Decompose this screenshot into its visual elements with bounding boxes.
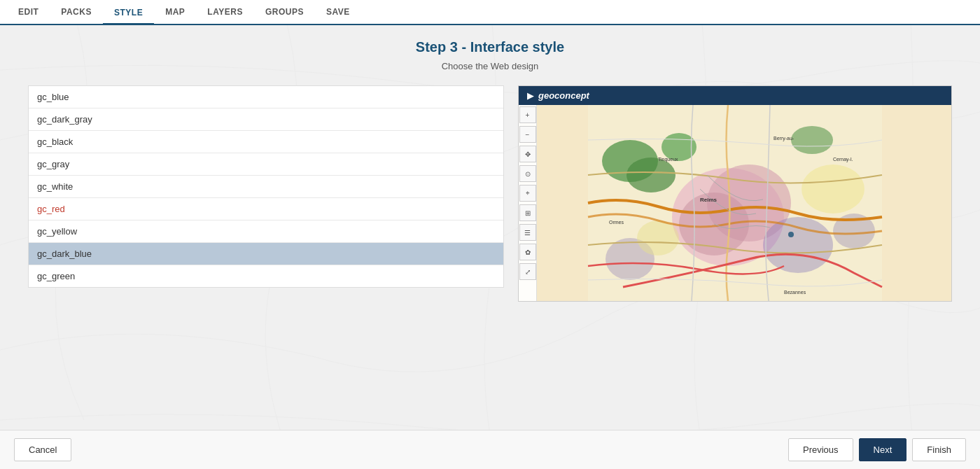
style-item-gc-dark-gray[interactable]: gc_dark_gray [29, 108, 503, 131]
nav-item-layers[interactable]: LAYERS [196, 0, 254, 24]
nav-item-packs[interactable]: PACKS [50, 0, 103, 24]
main-content: Step 3 - Interface style Choose the Web … [0, 25, 980, 430]
fullscreen-btn[interactable]: ⤢ [519, 263, 536, 280]
svg-text:Bezannes: Bezannes [784, 290, 806, 295]
zoom-in-btn[interactable]: + [519, 106, 536, 123]
preview-header: ▶ geoconcept [519, 86, 951, 105]
map-image-area: Reims Tinqueux Ormes Cernay-l. Bezannes … [519, 105, 951, 301]
style-item-gc-blue[interactable]: gc_blue [29, 86, 503, 108]
style-item-gc-gray[interactable]: gc_gray [29, 153, 503, 176]
preview-map: + − ✥ ⊙ ⌖ ⊞ ☰ ✿ ⤢ [519, 105, 951, 301]
svg-text:Cernay-l.: Cernay-l. [833, 157, 853, 162]
page-subtitle: Choose the Web design [28, 61, 952, 71]
style-list: gc_blue gc_dark_gray gc_black gc_gray gc… [28, 85, 504, 288]
svg-point-12 [637, 220, 679, 255]
layers-btn[interactable]: ☰ [519, 224, 536, 241]
nav-item-map[interactable]: MAP [154, 0, 196, 24]
finish-button[interactable]: Finish [912, 438, 966, 461]
top-navigation: EDIT PACKS STYLE MAP LAYERS GROUPS SAVE [0, 0, 980, 25]
svg-point-7 [791, 126, 833, 154]
style-item-gc-red[interactable]: gc_red [29, 198, 503, 220]
cancel-button[interactable]: Cancel [14, 438, 71, 461]
map-controls: + − ✥ ⊙ ⌖ ⊞ ☰ ✿ ⤢ [519, 105, 537, 301]
style-item-gc-yellow[interactable]: gc_yellow [29, 220, 503, 243]
bottom-footer: Cancel Previous Next Finish [0, 430, 980, 469]
nav-item-save[interactable]: SAVE [315, 0, 361, 24]
previous-button[interactable]: Previous [788, 438, 853, 461]
page-title: Step 3 - Interface style [28, 39, 952, 55]
pan-btn[interactable]: ✥ [519, 146, 536, 162]
map-svg: Reims Tinqueux Ormes Cernay-l. Bezannes … [519, 105, 951, 301]
svg-point-11 [802, 164, 864, 214]
style-item-gc-dark-blue[interactable]: gc_dark_blue [29, 243, 503, 265]
next-button[interactable]: Next [859, 438, 907, 461]
style-item-gc-white[interactable]: gc_white [29, 176, 503, 198]
nav-item-style[interactable]: STYLE [103, 0, 154, 25]
svg-text:Reims: Reims [700, 197, 718, 203]
svg-point-8 [763, 217, 833, 273]
footer-right: Previous Next Finish [788, 438, 966, 461]
preview-area: ▶ geoconcept + − ✥ ⊙ ⌖ ⊞ ☰ ✿ ⤢ [518, 85, 952, 302]
location-btn[interactable]: ⌖ [519, 185, 536, 202]
svg-point-5 [626, 158, 676, 192]
svg-point-19 [788, 232, 794, 237]
preview-container: ▶ geoconcept + − ✥ ⊙ ⌖ ⊞ ☰ ✿ ⤢ [518, 85, 952, 302]
nav-item-edit[interactable]: EDIT [7, 0, 50, 24]
zoom-out-btn[interactable]: − [519, 126, 536, 143]
svg-text:Ormes: Ormes [609, 220, 624, 225]
nav-item-groups[interactable]: GROUPS [254, 0, 315, 24]
select-btn[interactable]: ⊙ [519, 165, 536, 182]
settings-btn[interactable]: ✿ [519, 244, 536, 260]
style-item-gc-green[interactable]: gc_green [29, 265, 503, 287]
measure-btn[interactable]: ⊞ [519, 204, 536, 221]
content-row: gc_blue gc_dark_gray gc_black gc_gray gc… [28, 85, 952, 302]
svg-text:Berry-au-: Berry-au- [774, 136, 794, 141]
svg-text:Tinqueux: Tinqueux [658, 157, 678, 162]
preview-logo-text: geoconcept [538, 90, 589, 101]
style-item-gc-black[interactable]: gc_black [29, 131, 503, 153]
geoconcept-logo: ▶ [527, 90, 534, 101]
footer-left: Cancel [14, 438, 71, 461]
